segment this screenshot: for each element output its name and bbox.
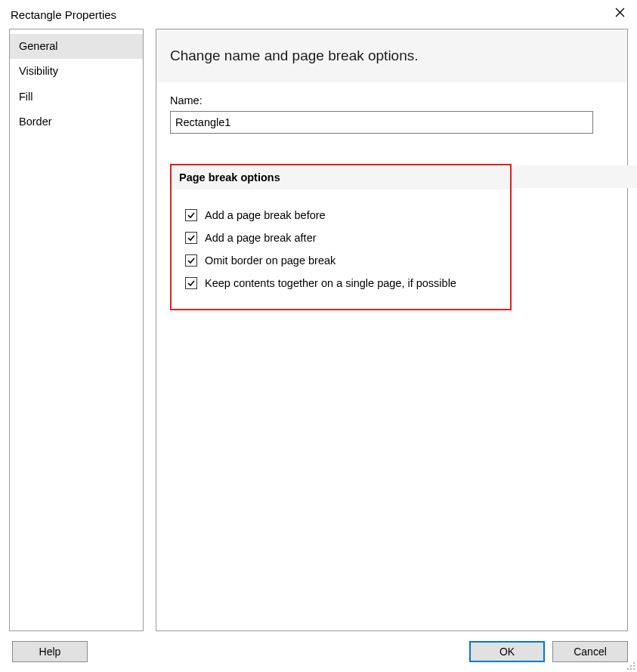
checkbox-box xyxy=(185,277,197,289)
dialog-body: General Visibility Fill Border Change na… xyxy=(0,29,637,631)
ok-button[interactable]: OK xyxy=(469,641,545,662)
svg-point-4 xyxy=(633,665,635,667)
checkbox-label: Add a page break after xyxy=(205,232,317,244)
resize-grip-icon xyxy=(625,660,635,670)
name-label: Name: xyxy=(170,94,614,106)
sidebar-item-label: Border xyxy=(19,116,52,128)
sidebar-item-label: Fill xyxy=(19,91,33,103)
dialog-footer: Help OK Cancel xyxy=(0,631,637,672)
checkbox-add-break-after[interactable]: Add a page break after xyxy=(185,232,496,244)
sidebar: General Visibility Fill Border xyxy=(9,29,144,631)
sidebar-item-visibility[interactable]: Visibility xyxy=(10,59,143,84)
sidebar-item-general[interactable]: General xyxy=(10,34,143,59)
sidebar-item-label: General xyxy=(19,40,58,52)
cancel-button[interactable]: Cancel xyxy=(552,641,628,662)
sidebar-item-fill[interactable]: Fill xyxy=(10,85,143,109)
checkbox-label: Add a page break before xyxy=(205,209,326,221)
checkmark-icon xyxy=(187,211,196,220)
svg-point-2 xyxy=(633,662,635,664)
checkmark-icon xyxy=(187,279,196,288)
highlight-box: Page break options Add a page break befo… xyxy=(170,164,512,310)
name-input[interactable] xyxy=(170,111,593,134)
close-icon xyxy=(615,8,625,17)
page-break-options-group: Page break options Add a page break befo… xyxy=(170,164,614,310)
svg-point-7 xyxy=(633,668,635,670)
checkmark-icon xyxy=(187,256,196,265)
checkbox-omit-border[interactable]: Omit border on page break xyxy=(185,254,496,267)
checkbox-list: Add a page break before Add a page break… xyxy=(172,190,510,289)
svg-point-3 xyxy=(630,665,632,667)
help-button[interactable]: Help xyxy=(12,641,88,662)
panel-heading: Change name and page break options. xyxy=(156,29,627,82)
panel-content: Name: Page break options xyxy=(156,82,627,322)
svg-point-5 xyxy=(627,668,629,670)
titlebar: Rectangle Properties xyxy=(0,0,637,29)
checkbox-add-break-before[interactable]: Add a page break before xyxy=(185,209,496,221)
close-button[interactable] xyxy=(602,0,637,24)
checkbox-box xyxy=(185,209,197,221)
page-break-options-heading: Page break options xyxy=(172,165,510,190)
resize-grip[interactable] xyxy=(625,660,635,670)
checkbox-box xyxy=(185,232,197,244)
dialog-title: Rectangle Properties xyxy=(11,8,116,21)
rectangle-properties-dialog: Rectangle Properties General Visibility … xyxy=(0,0,637,672)
checkmark-icon xyxy=(187,233,196,242)
svg-point-6 xyxy=(630,668,632,670)
checkbox-label: Keep contents together on a single page,… xyxy=(205,277,456,289)
main-panel: Change name and page break options. Name… xyxy=(156,29,628,631)
sidebar-item-border[interactable]: Border xyxy=(10,109,143,134)
checkbox-box xyxy=(185,254,197,267)
sidebar-item-label: Visibility xyxy=(19,65,58,77)
checkbox-keep-together[interactable]: Keep contents together on a single page,… xyxy=(185,277,496,289)
checkbox-label: Omit border on page break xyxy=(205,254,336,267)
